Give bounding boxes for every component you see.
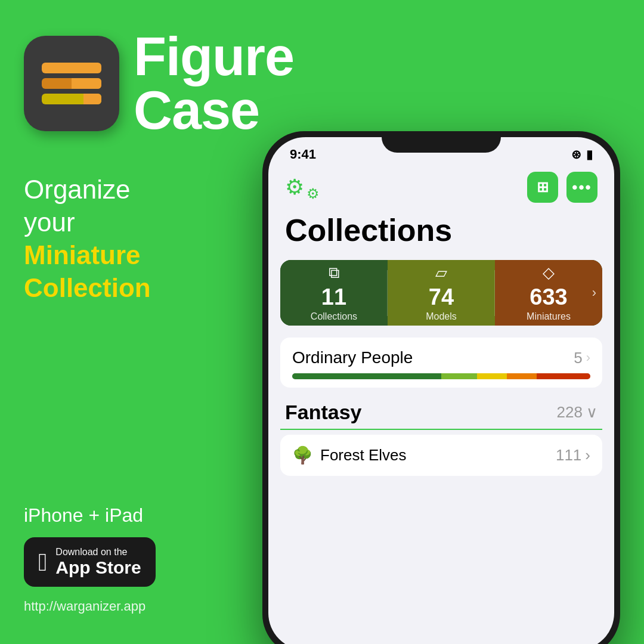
progress-yellow [477, 373, 507, 379]
forest-elves-emoji: 🌳 [292, 445, 313, 465]
fantasy-count: 228 ∨ [557, 403, 597, 422]
icon-bar-2 [42, 78, 101, 89]
app-title: Figure Case [134, 30, 294, 137]
badge-main-label: App Store [55, 558, 141, 577]
progress-green [292, 373, 441, 379]
fantasy-chevron-icon: ∨ [586, 403, 597, 422]
progress-lime [441, 373, 477, 379]
badge-sub-label: Download on the [55, 547, 141, 558]
forest-elves-item[interactable]: 🌳 Forest Elves 111 › [280, 435, 602, 476]
fantasy-divider [280, 429, 602, 430]
collection-row: Ordinary People 5 › [292, 348, 590, 367]
tagline-static: Organize your [24, 175, 131, 237]
miniatures-label: Miniatures [527, 311, 571, 322]
miniatures-count: 633 [530, 284, 567, 310]
stat-miniatures[interactable]: ◇ 633 Miniatures › [495, 260, 602, 326]
battery-icon: ▮ [586, 147, 593, 162]
forest-elves-count: 111 [556, 446, 581, 465]
nav-right: ⊞ ••• [527, 172, 597, 203]
phone-notch [382, 131, 501, 153]
phone-container: 9:41 ⊛ ▮ ⚙ ⚙ ⊞ ••• [262, 131, 644, 644]
collections-title: Collections [268, 205, 614, 260]
fantasy-title: Fantasy [285, 401, 362, 424]
collections-count: 11 [321, 284, 346, 310]
collections-label: Collections [311, 311, 357, 322]
sub-item-left: 🌳 Forest Elves [292, 445, 407, 465]
stat-models[interactable]: ▱ 74 Models [388, 260, 495, 326]
collection-name: Ordinary People [292, 348, 413, 367]
icon-bar-3 [42, 94, 101, 104]
icon-bar-1 [42, 63, 101, 73]
status-time: 9:41 [290, 147, 316, 162]
badge-text: Download on the App Store [55, 547, 141, 577]
phone-outer: 9:41 ⊛ ▮ ⚙ ⚙ ⊞ ••• [262, 131, 620, 644]
progress-orange [507, 373, 537, 379]
app-icon-row: Figure Case [24, 30, 294, 137]
app-icon [24, 36, 119, 131]
miniatures-icon: ◇ [543, 264, 555, 282]
platform-text: iPhone + iPad [24, 504, 143, 527]
tagline: Organize your Miniature Collection [24, 173, 185, 304]
more-button[interactable]: ••• [566, 172, 597, 203]
collection-chevron-icon: › [586, 350, 590, 366]
stats-chevron-icon: › [592, 285, 596, 301]
nav-bar: ⚙ ⚙ ⊞ ••• [268, 167, 614, 205]
stat-collections[interactable]: ⧉ 11 Collections [280, 260, 388, 326]
progress-bar [292, 373, 590, 379]
tagline-highlight: Miniature Collection [24, 240, 151, 302]
website-url: http://warganizer.app [24, 599, 145, 614]
phone-screen: 9:41 ⊛ ▮ ⚙ ⚙ ⊞ ••• [268, 137, 614, 644]
stats-bar[interactable]: ⧉ 11 Collections ▱ 74 Models ◇ 633 Minia… [280, 260, 602, 326]
forest-elves-name: Forest Elves [320, 446, 407, 465]
collections-icon: ⧉ [329, 264, 340, 282]
wifi-icon: ⊛ [571, 147, 581, 162]
screen-content: 9:41 ⊛ ▮ ⚙ ⚙ ⊞ ••• [268, 137, 614, 644]
progress-red [537, 373, 590, 379]
collection-count: 5 › [574, 349, 590, 367]
app-store-badge[interactable]:  Download on the App Store [24, 537, 156, 587]
settings-icons: ⚙ ⚙ [285, 175, 320, 200]
forest-elves-chevron-icon: › [585, 446, 590, 465]
models-icon: ▱ [435, 264, 447, 282]
fantasy-section-header[interactable]: Fantasy 228 ∨ [268, 391, 614, 429]
add-collection-button[interactable]: ⊞ [527, 172, 558, 203]
gear-big-icon[interactable]: ⚙ [285, 175, 304, 200]
ordinary-people-item[interactable]: Ordinary People 5 › [280, 338, 602, 388]
models-count: 74 [429, 284, 454, 310]
sub-item-right: 111 › [556, 446, 590, 465]
left-panel: Figure Case Organize your Miniature Coll… [0, 0, 203, 644]
status-right: ⊛ ▮ [571, 147, 593, 162]
apple-logo-icon:  [38, 550, 47, 575]
models-label: Models [426, 311, 457, 322]
gear-small-icon[interactable]: ⚙ [306, 185, 320, 202]
